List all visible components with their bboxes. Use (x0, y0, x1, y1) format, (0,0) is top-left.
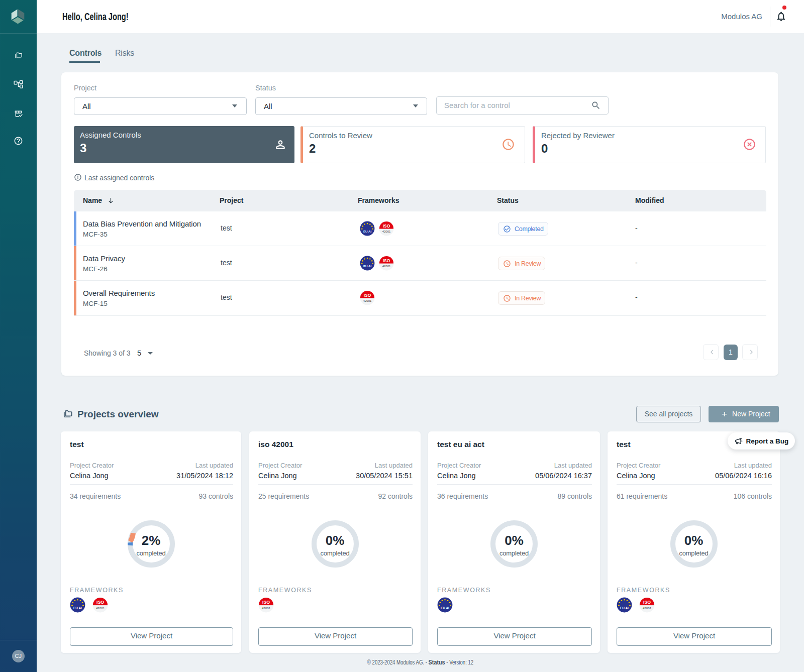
svg-text:ISO: ISO (643, 600, 651, 605)
svg-text:EU AI: EU AI (363, 230, 372, 233)
svg-text:ISO: ISO (262, 600, 270, 605)
svg-text:EU AI: EU AI (441, 606, 449, 610)
svg-text:42001: 42001 (262, 606, 271, 610)
svg-text:42001: 42001 (382, 230, 391, 233)
svg-text:ISO: ISO (383, 223, 390, 229)
svg-text:EU AI: EU AI (620, 606, 629, 610)
svg-text:EU AI: EU AI (363, 264, 372, 268)
svg-text:ISO: ISO (96, 600, 104, 605)
svg-text:ISO: ISO (364, 293, 371, 298)
svg-text:42001: 42001 (96, 606, 105, 610)
svg-text:42001: 42001 (643, 606, 652, 610)
svg-text:ISO: ISO (383, 258, 390, 263)
svg-text:EU AI: EU AI (73, 606, 82, 610)
svg-text:42001: 42001 (363, 299, 372, 302)
svg-text:42001: 42001 (382, 265, 391, 268)
